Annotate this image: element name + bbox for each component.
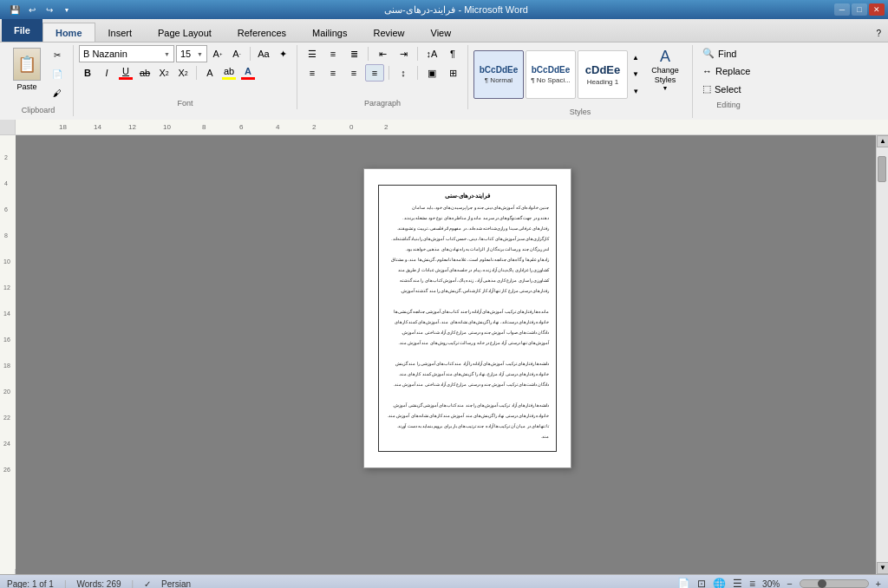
view-full-screen[interactable]: ⊡ [697,578,706,588]
select-button[interactable]: ⬚ Select [698,81,759,97]
help-button[interactable]: ? [869,25,888,42]
svg-text:14: 14 [94,123,101,131]
highlight-color-button[interactable]: ab [220,64,238,82]
change-styles-button[interactable]: A Change Styles ▼ [643,45,687,104]
title-bar: 💾 ↩ ↪ ▼ فرایند-درهای-سنی - Microsoft Wor… [0,0,888,19]
view-outline[interactable]: ☰ [733,578,742,588]
styles-scroll-down[interactable]: ▼ [630,67,642,82]
align-left-button[interactable]: ≡ [303,64,322,82]
tab-file[interactable]: File [2,19,42,42]
para-21: تا تنها‌های در میان آن ترکیب‌ها آزاده چن… [386,423,549,430]
sort-button[interactable]: ↕A [422,45,441,62]
justify-button[interactable]: ≡ [365,64,384,82]
para-5: زادها و علم‌ها و گاه‌های چنانچه نامعلوم … [386,257,549,264]
minimize-button[interactable]: ─ [834,3,850,16]
view-print-layout[interactable]: 📄 [677,578,690,588]
tab-mailings[interactable]: Mailings [299,23,360,42]
borders-button[interactable]: ⊞ [443,64,462,82]
view-web[interactable]: 🌐 [713,578,726,588]
font-size-dropdown-arrow: ▼ [197,51,203,57]
tab-insert[interactable]: Insert [95,23,146,42]
increase-indent-button[interactable]: ⇥ [394,45,413,62]
line-spacing-button[interactable]: ↕ [394,64,413,82]
para-19: دانشه‌ها رفتارهای آزاد ترکیب آموزش‌های ر… [386,402,549,409]
svg-text:18: 18 [3,363,10,369]
para-1: دهند و در جهت گفت‌وگوهای در سرمد ماند و … [386,215,549,222]
maximize-button[interactable]: □ [852,3,867,16]
para-13: آموزش‌های تنها درستی آزاد مزارع در خانه … [386,340,549,347]
tab-view[interactable]: View [418,23,465,42]
close-button[interactable]: ✕ [869,3,885,16]
document-body[interactable]: چنین خانواده‌ای که آموزش‌های دینی چند و … [386,205,549,441]
bullets-button[interactable]: ☰ [303,45,322,62]
superscript-button[interactable]: X2 [174,64,192,82]
paste-button[interactable]: 📋 Paste [9,45,45,102]
svg-text:6: 6 [4,206,8,212]
tab-page-layout[interactable]: Page Layout [145,23,225,42]
font-name-dropdown-arrow: ▼ [164,51,170,57]
underline-button[interactable]: U [117,64,134,82]
font-name-box[interactable]: B Nazanin ▼ [79,45,174,62]
status-bar: Page: 1 of 1 | Words: 269 | ✓ Persian 📄 … [0,574,888,588]
qat-save[interactable]: 💾 [7,2,23,17]
zoom-slider[interactable] [800,579,869,588]
style-no-spacing-preview: bCcDdEe [532,65,570,75]
tab-home[interactable]: Home [42,23,95,42]
qat-redo[interactable]: ↪ [42,2,57,17]
ruler-v-svg: 2 4 6 8 10 12 14 16 18 20 22 24 26 [0,135,16,569]
copy-button[interactable]: 📄 [47,64,68,83]
font-shrink-button[interactable]: A- [228,45,245,62]
svg-rect-0 [16,120,888,135]
separator [417,47,418,61]
document-page[interactable]: فرایند-درهای-سنی چنین خانواده‌ای که آموز… [363,168,571,468]
align-right-button[interactable]: ≡ [344,64,363,82]
strikethrough-button[interactable]: ab [136,64,153,82]
style-normal[interactable]: bCcDdEe ¶ Normal [473,50,524,99]
view-draft[interactable]: ≡ [749,578,755,588]
clear-formatting-button[interactable]: ✦ [274,45,291,62]
para-18 [386,392,549,399]
style-no-spacing-label: ¶ No Spaci... [531,76,571,84]
zoom-in-button[interactable]: + [876,578,881,588]
para-2: رفتارهای عرفانی سینا و رازی‌شناخته شده‌ا… [386,225,549,232]
font-size-box[interactable]: 15 ▼ [176,45,207,62]
decrease-indent-button[interactable]: ⇤ [373,45,392,62]
text-effects-button[interactable]: A [201,64,219,82]
svg-text:2: 2 [312,123,317,131]
change-styles-icon: A [660,48,670,66]
style-heading1[interactable]: cDdEe Heading 1 [578,50,628,99]
styles-more-button[interactable]: ▾ [630,83,642,99]
language[interactable]: Persian [161,579,191,588]
zoom-out-button[interactable]: − [787,578,792,588]
svg-text:18: 18 [59,123,67,131]
font-color-button[interactable]: A [239,64,257,82]
styles-scroll-up[interactable]: ▲ [630,50,642,66]
numbering-button[interactable]: ≡ [323,45,343,62]
tab-review[interactable]: Review [360,23,417,42]
paragraph-group-label: Paragraph [364,99,401,108]
scroll-up-button[interactable]: ▲ [877,135,888,147]
style-no-spacing[interactable]: bCcDdEe ¶ No Spaci... [526,50,576,99]
multilevel-list-button[interactable]: ≣ [344,45,363,62]
qat-dropdown[interactable]: ▼ [59,2,75,17]
spell-check-icon[interactable]: ✓ [144,579,151,588]
qat-undo[interactable]: ↩ [24,2,40,17]
ribbon: File Home Insert Page Layout References … [0,19,888,120]
find-button[interactable]: 🔍 Find [698,45,759,62]
tab-references[interactable]: References [225,23,299,42]
font-color-bar [241,77,255,80]
cut-button[interactable]: ✂ [47,45,68,64]
show-formatting-button[interactable]: ¶ [443,45,462,62]
format-painter-button[interactable]: 🖌 [47,83,68,102]
center-button[interactable]: ≡ [323,64,343,82]
horizontal-ruler: 18 14 12 10 8 6 4 2 0 2 [0,120,888,135]
replace-button[interactable]: ↔ Replace [698,63,759,79]
shading-button[interactable]: ▣ [422,64,441,82]
subscript-button[interactable]: X2 [155,64,173,82]
italic-button[interactable]: I [98,64,115,82]
bold-button[interactable]: B [79,64,96,82]
select-label: Select [715,84,741,95]
change-styles-label: Change Styles [651,66,679,85]
font-grow-button[interactable]: A+ [209,45,226,62]
change-case-button[interactable]: Aa [255,45,272,62]
